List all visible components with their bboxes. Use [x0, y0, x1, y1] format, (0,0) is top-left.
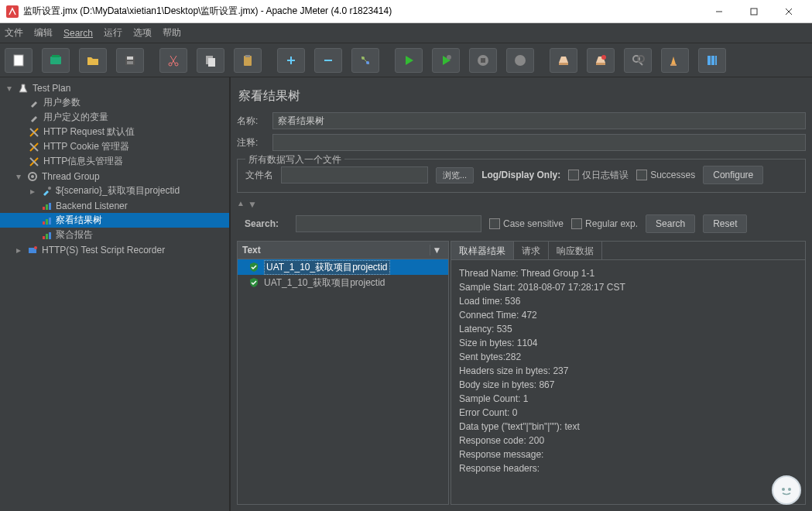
detail-line: Response message:	[459, 448, 797, 461]
configure-button[interactable]: Configure	[703, 166, 763, 184]
save-button[interactable]	[116, 48, 144, 73]
tree-threadgroup[interactable]: ▾Thread Group	[0, 169, 229, 183]
search-input[interactable]	[296, 215, 481, 232]
detail-line: Error Count: 0	[459, 406, 797, 420]
search-label: Search:	[245, 218, 288, 229]
function-helper-button[interactable]	[698, 48, 726, 73]
errors-only-checkbox[interactable]: 仅日志错误	[568, 169, 629, 182]
expand-button[interactable]	[277, 48, 305, 73]
tree-viewtree[interactable]: 察看结果树	[0, 213, 229, 228]
result-item[interactable]: UAT_1_10_获取项目projectid	[238, 259, 448, 275]
browse-button[interactable]: 浏览...	[436, 167, 474, 183]
comment-input[interactable]	[272, 134, 806, 151]
svg-point-28	[515, 55, 526, 66]
app-icon	[6, 5, 19, 18]
tree-recorder[interactable]: ▸HTTP(S) Test Script Recorder	[0, 242, 229, 257]
toggle-button[interactable]	[351, 48, 379, 73]
collapse-button[interactable]	[314, 48, 342, 73]
svg-rect-16	[208, 58, 215, 67]
svg-point-44	[31, 175, 34, 178]
tree-aggregate[interactable]: 聚合报告	[0, 228, 229, 242]
menu-file[interactable]: 文件	[5, 26, 23, 39]
search-tree-button[interactable]	[624, 48, 652, 73]
chart-icon	[40, 214, 53, 227]
start-button[interactable]	[395, 48, 423, 73]
tree-testplan[interactable]: ▾Test Plan	[0, 81, 229, 95]
detail-line: Connect Time: 472	[459, 308, 797, 322]
tree-headermgr[interactable]: HTTP信息头管理器	[0, 154, 229, 169]
reset-button[interactable]: Reset	[703, 214, 747, 233]
chart-icon	[40, 200, 53, 212]
wrench-cross-icon	[28, 156, 40, 168]
copy-button[interactable]	[197, 48, 224, 73]
tree-httpdefault[interactable]: HTTP Request 默认值	[0, 125, 229, 139]
paste-button[interactable]	[234, 48, 262, 73]
content-panel: 察看结果树 名称: 注释: 所有数据写入一个文件 文件名 浏览... Log/D…	[231, 77, 812, 511]
open-button[interactable]	[79, 48, 107, 73]
tree-backend[interactable]: Backend Listener	[0, 198, 229, 213]
clearall-button[interactable]	[587, 48, 615, 73]
result-type-header[interactable]: Text ▼	[237, 241, 449, 259]
successes-checkbox[interactable]: Successes	[636, 170, 695, 180]
wrench-cross-icon	[28, 141, 40, 153]
dropdown-icon[interactable]: ▼	[430, 245, 444, 256]
menu-help[interactable]: 帮助	[163, 26, 181, 39]
sampler-result-detail[interactable]: Thread Name: Thread Group 1-1 Sample Sta…	[451, 260, 805, 504]
svg-rect-18	[245, 55, 250, 57]
templates-button[interactable]	[42, 48, 70, 73]
detail-line: Response code: 200	[459, 434, 797, 448]
clear-button[interactable]	[550, 48, 577, 73]
name-input[interactable]	[272, 112, 806, 129]
result-list[interactable]: UAT_1_10_获取项目projectid UAT_1_10_获取项目proj…	[237, 259, 449, 505]
tree-scenario[interactable]: ▸${scenario}_获取项目projectid	[0, 183, 229, 198]
maximize-button[interactable]	[736, 1, 771, 22]
wrench-icon	[28, 111, 40, 124]
reset-search-button[interactable]	[661, 48, 689, 73]
svg-rect-10	[127, 61, 133, 64]
tree-cookiemgr[interactable]: HTTP Cookie 管理器	[0, 139, 229, 154]
recorder-icon	[26, 244, 39, 256]
success-icon	[248, 262, 259, 273]
detail-line: Thread Name: Thread Group 1-1	[459, 266, 797, 280]
cut-button[interactable]	[159, 48, 187, 73]
menu-search[interactable]: Search	[63, 28, 93, 39]
detail-tabs: 取样器结果 请求 响应数据	[451, 242, 805, 260]
regex-checkbox[interactable]: Regular exp.	[571, 218, 638, 229]
case-sensitive-checkbox[interactable]: Case sensitive	[489, 218, 564, 229]
close-button[interactable]	[771, 1, 806, 22]
window-titlebar: 监听设置.jmx (D:\MyData\xietian1\Desktop\监听设…	[0, 0, 812, 23]
result-item[interactable]: UAT_1_10_获取项目projectid	[238, 275, 448, 290]
menu-edit[interactable]: 编辑	[34, 26, 53, 39]
toolbar	[0, 43, 812, 77]
detail-line: Load time: 536	[459, 294, 797, 308]
stop-button[interactable]	[469, 48, 497, 73]
menubar: 文件 编辑 Search 运行 选项 帮助	[0, 23, 812, 43]
svg-rect-48	[49, 203, 51, 210]
split-handle[interactable]: ▲▼	[237, 197, 806, 214]
tab-sampler-result[interactable]: 取样器结果	[451, 242, 514, 259]
svg-rect-36	[715, 56, 717, 65]
assistant-bubble-icon[interactable]	[772, 475, 801, 505]
new-button[interactable]	[5, 48, 33, 73]
write-file-fieldset: 所有数据写入一个文件 文件名 浏览... Log/Display Only: 仅…	[237, 159, 806, 193]
tab-request[interactable]: 请求	[514, 242, 549, 259]
search-button[interactable]: Search	[646, 214, 695, 233]
filename-input[interactable]	[281, 166, 428, 183]
svg-rect-46	[43, 207, 45, 210]
tree-uservars[interactable]: 用户定义的变量	[0, 110, 229, 125]
logdisplay-label: Log/Display Only:	[481, 170, 560, 180]
svg-point-56	[34, 246, 37, 249]
tree-userparams[interactable]: 用户参数	[0, 95, 229, 110]
svg-point-29	[601, 55, 606, 60]
tab-response[interactable]: 响应数据	[549, 242, 602, 259]
svg-point-45	[48, 187, 51, 190]
shutdown-button[interactable]	[506, 48, 534, 73]
comment-label: 注释:	[237, 136, 272, 149]
svg-rect-2	[751, 9, 757, 15]
minimize-button[interactable]	[701, 1, 736, 22]
start-notimers-button[interactable]	[432, 48, 460, 73]
svg-point-24	[366, 61, 369, 64]
menu-options[interactable]: 选项	[133, 26, 152, 39]
test-plan-tree[interactable]: ▾Test Plan 用户参数 用户定义的变量 HTTP Request 默认值…	[0, 77, 231, 511]
menu-run[interactable]: 运行	[104, 26, 122, 39]
